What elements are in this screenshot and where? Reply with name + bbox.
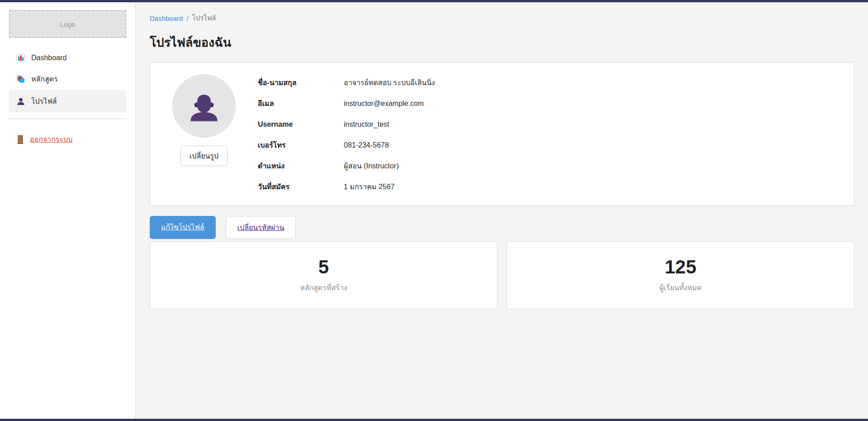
sidebar-item-label: หลักสูตร (31, 73, 58, 85)
field-value: ผู้สอน (Instructor) (344, 161, 398, 171)
field-row-email: อีเมล instructor@example.com (258, 99, 843, 109)
books-icon (16, 75, 25, 84)
bar-chart-icon (16, 53, 25, 62)
logo-placeholder: Logo (9, 10, 126, 38)
field-label: ตำแหน่ง (258, 161, 344, 171)
field-label: เบอร์โทร (258, 140, 344, 150)
sidebar-divider (9, 119, 126, 119)
field-value: 1 มกราคม 2567 (344, 182, 394, 192)
field-row-position: ตำแหน่ง ผู้สอน (Instructor) (258, 161, 843, 171)
field-value: instructor@example.com (344, 99, 424, 109)
bottom-border-bar (0, 419, 868, 421)
stat-value: 125 (664, 258, 696, 277)
logout-label: ออกจากระบบ (30, 134, 72, 145)
field-row-register-date: วันที่สมัคร 1 มกราคม 2567 (258, 182, 843, 192)
sidebar-item-label: โปรไฟล์ (31, 96, 57, 107)
field-row-name: ชื่อ-นามสกุล อาจารย์ทดสอบ ระบบอีเลินนิ่ง (258, 78, 843, 88)
edit-profile-button[interactable]: แก้ไขโปรไฟล์ (150, 216, 216, 239)
change-photo-button[interactable]: เปลี่ยนรูป (180, 146, 228, 166)
door-icon (16, 135, 24, 144)
field-label: Username (258, 120, 344, 129)
sidebar-item-courses[interactable]: หลักสูตร (9, 68, 126, 90)
stat-label: หลักสูตรที่สร้าง (300, 282, 347, 293)
breadcrumb-dashboard-link[interactable]: Dashboard (150, 14, 183, 22)
avatar (172, 74, 236, 138)
person-bust-icon (187, 92, 221, 126)
breadcrumb: Dashboard / โปรไฟล์ (150, 13, 854, 24)
stat-card-courses-created: 5 หลักสูตรที่สร้าง (150, 241, 498, 309)
field-value: อาจารย์ทดสอบ ระบบอีเลินนิ่ง (344, 78, 435, 88)
field-row-username: Username instructor_test (258, 120, 843, 129)
field-row-phone: เบอร์โทร 081-234-5678 (258, 140, 843, 150)
person-icon (16, 97, 25, 106)
sidebar-item-dashboard[interactable]: Dashboard (9, 48, 126, 68)
breadcrumb-separator: / (186, 14, 188, 22)
top-border-bar (0, 0, 868, 2)
field-label: ชื่อ-นามสกุล (258, 78, 344, 88)
field-value: 081-234-5678 (344, 140, 389, 150)
change-password-button[interactable]: เปลี่ยนรหัสผ่าน (226, 216, 296, 239)
avatar-column: เปลี่ยนรูป (161, 74, 247, 192)
sidebar: Logo Dashboard หลักสูตร โปรไฟล์ ออกจากระ… (0, 2, 136, 419)
stats-row: 5 หลักสูตรที่สร้าง 125 ผู้เรียนทั้งหมด (150, 241, 854, 309)
logout-link[interactable]: ออกจากระบบ (16, 134, 72, 145)
profile-fields: ชื่อ-นามสกุล อาจารย์ทดสอบ ระบบอีเลินนิ่ง… (258, 74, 843, 192)
field-label: วันที่สมัคร (258, 182, 344, 192)
stat-label: ผู้เรียนทั้งหมด (659, 282, 702, 293)
breadcrumb-current: โปรไฟล์ (192, 13, 216, 24)
field-label: อีเมล (258, 99, 344, 109)
page-title: โปรไฟล์ของฉัน (150, 33, 854, 52)
main-content: Dashboard / โปรไฟล์ โปรไฟล์ของฉัน เปลี่ย… (136, 0, 868, 309)
field-value: instructor_test (344, 120, 389, 129)
stat-value: 5 (318, 258, 329, 277)
logo-text: Logo (60, 20, 75, 28)
sidebar-item-profile[interactable]: โปรไฟล์ (9, 90, 126, 112)
profile-card: เปลี่ยนรูป ชื่อ-นามสกุล อาจารย์ทดสอบ ระบ… (150, 62, 854, 206)
stat-card-total-learners: 125 ผู้เรียนทั้งหมด (507, 241, 854, 309)
profile-actions: แก้ไขโปรไฟล์ เปลี่ยนรหัสผ่าน (150, 216, 854, 239)
sidebar-nav: Dashboard หลักสูตร โปรไฟล์ (9, 48, 126, 112)
sidebar-item-label: Dashboard (31, 54, 66, 62)
